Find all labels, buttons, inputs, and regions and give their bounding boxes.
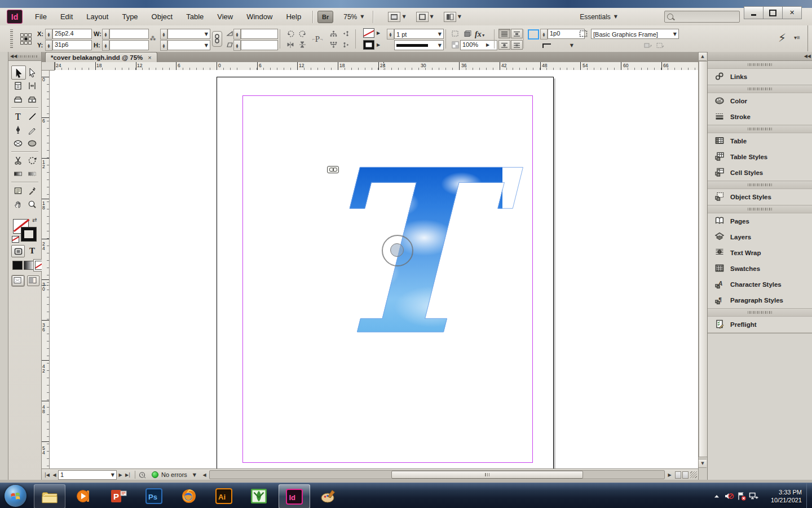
taskbar-coreldraw[interactable] bbox=[244, 484, 274, 507]
gap-tool[interactable] bbox=[25, 79, 39, 92]
content-grabber[interactable] bbox=[382, 235, 413, 266]
ellipse-frame-tool[interactable] bbox=[11, 137, 25, 150]
maximize-button[interactable] bbox=[763, 6, 783, 19]
arrange-documents-button[interactable]: ▼ bbox=[444, 12, 461, 22]
dock-header[interactable]: ◀◀ bbox=[708, 52, 812, 61]
last-page-button[interactable]: ▶| bbox=[124, 471, 131, 479]
panel-button-pages[interactable]: Pages bbox=[708, 213, 812, 229]
quick-apply-icon[interactable]: ⚡ bbox=[778, 31, 786, 45]
first-page-button[interactable]: |◀ bbox=[43, 471, 51, 479]
swap-fill-stroke-icon[interactable]: ⇄ bbox=[32, 217, 37, 223]
scale-y-spinner[interactable]: ▲▼ bbox=[160, 40, 167, 51]
formatting-affects-container-button[interactable] bbox=[11, 245, 25, 257]
stroke-flyout-icon[interactable]: ▶ bbox=[377, 42, 380, 47]
resize-grip[interactable] bbox=[690, 471, 697, 478]
w-spinner[interactable]: ▲▼ bbox=[102, 29, 109, 40]
wrap-bounding-box-button[interactable] bbox=[511, 29, 523, 38]
effects-corner-icon[interactable] bbox=[450, 29, 460, 38]
menu-layout[interactable]: Layout bbox=[80, 8, 115, 25]
menu-object[interactable]: Object bbox=[145, 8, 180, 25]
menu-type[interactable]: Type bbox=[115, 8, 144, 25]
fill-swatch-none[interactable] bbox=[363, 28, 374, 38]
search-input[interactable] bbox=[664, 11, 740, 23]
panel-button-character-styles[interactable]: ACharacter Styles bbox=[708, 277, 812, 292]
flip-vertical-icon[interactable] bbox=[298, 40, 308, 49]
volume-muted-icon[interactable] bbox=[723, 483, 735, 508]
link-badge-icon[interactable] bbox=[327, 166, 339, 173]
scroll-left-icon[interactable]: ◀ bbox=[201, 471, 208, 479]
panel-button-object-styles[interactable]: Object Styles bbox=[708, 189, 812, 205]
scale-x-spinner[interactable]: ▲▼ bbox=[160, 29, 167, 40]
constrain-proportions-icon[interactable]: ⁂ bbox=[148, 34, 158, 43]
bridge-button[interactable]: Br bbox=[317, 11, 333, 23]
stroke-proxy-swatch[interactable] bbox=[21, 227, 37, 242]
panel-button-preflight[interactable]: Preflight bbox=[708, 317, 812, 332]
hand-tool[interactable] bbox=[11, 198, 25, 211]
view-options-button[interactable]: ▼ bbox=[388, 12, 405, 22]
zoom-tool[interactable] bbox=[25, 198, 39, 211]
select-previous-icon[interactable] bbox=[341, 29, 351, 38]
taskbar-indesign[interactable]: Id bbox=[279, 484, 310, 508]
horizontal-ruler[interactable]: 24181260612182430364248546066 bbox=[42, 62, 698, 71]
panel-menu-icon[interactable]: ▾≡ bbox=[794, 34, 800, 41]
shear-field[interactable] bbox=[241, 40, 278, 50]
panel-button-table[interactable]: Table bbox=[708, 133, 812, 149]
shear-spinner[interactable]: ▲▼ bbox=[233, 40, 241, 51]
close-button[interactable]: ✕ bbox=[782, 6, 802, 19]
formatting-affects-text-button[interactable]: T bbox=[26, 245, 38, 256]
pen-tool[interactable] bbox=[11, 123, 25, 136]
free-transform-tool[interactable] bbox=[25, 154, 39, 167]
menu-edit[interactable]: Edit bbox=[54, 8, 80, 25]
note-tool[interactable] bbox=[11, 184, 25, 197]
clock[interactable]: 3:33 PM 10/21/2021 bbox=[760, 488, 806, 504]
taskbar-illustrator[interactable]: Ai bbox=[209, 484, 239, 507]
show-desktop-button[interactable] bbox=[806, 483, 812, 508]
pencil-tool[interactable] bbox=[25, 123, 39, 136]
scroll-down-icon[interactable]: ▼ bbox=[699, 459, 707, 468]
minimize-button[interactable] bbox=[744, 6, 764, 19]
apply-gradient-button[interactable] bbox=[24, 261, 34, 270]
horizontal-scrollbar[interactable] bbox=[209, 470, 665, 479]
y-field[interactable]: 31p6 bbox=[52, 40, 92, 50]
dock-group-grip[interactable] bbox=[708, 125, 812, 133]
selection-tool[interactable] bbox=[11, 65, 26, 80]
rotate-ccw-icon[interactable] bbox=[298, 29, 308, 38]
h-spinner[interactable]: ▲▼ bbox=[102, 40, 109, 51]
scroll-right-icon[interactable]: ▶ bbox=[666, 471, 673, 479]
fill-flyout-icon[interactable]: ▶ bbox=[377, 30, 380, 36]
object-style-dropdown[interactable]: [Basic Graphics Frame]▼ bbox=[591, 29, 679, 39]
menu-help[interactable]: Help bbox=[279, 8, 308, 25]
panel-button-cell-styles[interactable]: Cell Styles bbox=[708, 165, 812, 181]
menu-window[interactable]: Window bbox=[240, 8, 279, 25]
scissors-tool[interactable] bbox=[11, 154, 25, 167]
horizontal-scrollbar-thumb[interactable] bbox=[391, 471, 583, 479]
flip-horizontal-icon[interactable] bbox=[285, 40, 295, 49]
dock-group-grip[interactable] bbox=[708, 61, 812, 69]
dock-group-grip[interactable] bbox=[708, 85, 812, 93]
scroll-up-icon[interactable]: ▲ bbox=[699, 52, 707, 61]
vertical-scrollbar-thumb[interactable] bbox=[699, 61, 708, 457]
panel-button-links[interactable]: Links bbox=[708, 69, 812, 85]
hidden-icons-icon[interactable] bbox=[710, 483, 723, 508]
panel-button-paragraph-styles[interactable]: ¶Paragraph Styles bbox=[708, 292, 812, 308]
panel-button-swatches[interactable]: Swatches bbox=[708, 261, 812, 277]
clear-overrides-icon[interactable] bbox=[643, 41, 653, 50]
content-grabber-center[interactable] bbox=[390, 243, 404, 257]
network-icon[interactable] bbox=[748, 483, 760, 508]
workspace-switcher[interactable]: Essentials ▼ bbox=[580, 8, 617, 25]
previous-page-button[interactable]: ◀ bbox=[51, 471, 58, 479]
page-tool[interactable] bbox=[11, 79, 25, 92]
close-tab-icon[interactable]: × bbox=[148, 54, 151, 61]
zoom-level-control[interactable]: 75% ▼ bbox=[343, 13, 364, 21]
effects-fx-button[interactable]: fx▼ bbox=[475, 30, 486, 39]
preview-mode-button[interactable] bbox=[27, 275, 39, 286]
rotation-spinner[interactable]: ▲▼ bbox=[233, 29, 241, 40]
select-container-icon[interactable] bbox=[328, 29, 338, 38]
stroke-swatch[interactable] bbox=[363, 40, 374, 50]
dock-group-grip[interactable] bbox=[708, 309, 812, 317]
taskbar-explorer[interactable] bbox=[34, 484, 65, 508]
tools-panel-header[interactable]: ◀◀ bbox=[8, 52, 41, 61]
dock-group-grip[interactable] bbox=[708, 181, 812, 189]
line-tool[interactable] bbox=[25, 110, 39, 122]
ruler-origin-corner[interactable] bbox=[42, 62, 55, 71]
